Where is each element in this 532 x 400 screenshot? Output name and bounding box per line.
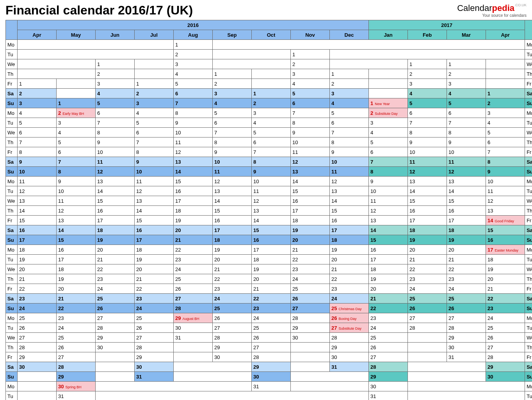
day-cell: 30	[369, 382, 408, 391]
empty-cell	[213, 59, 291, 69]
day-cell: 9	[291, 128, 330, 138]
day-cell: 18	[213, 235, 252, 245]
day-cell: 23	[135, 294, 174, 304]
empty-cell	[486, 79, 525, 89]
day-cell: 13	[252, 206, 291, 216]
day-cell: 23	[213, 284, 252, 294]
day-cell: 2Substitute Day	[369, 108, 408, 118]
day-cell: 12	[174, 147, 213, 157]
day-cell: 11	[135, 177, 174, 186]
day-cell: 5	[252, 128, 291, 138]
day-cell: 25Christmas Day	[330, 304, 369, 313]
day-cell: 4	[18, 108, 57, 118]
empty-cell	[174, 372, 252, 382]
dow-right: Mo	[525, 382, 532, 391]
day-cell: 14	[213, 196, 252, 206]
day-cell: 6	[135, 128, 174, 138]
day-cell: 12	[213, 177, 252, 186]
day-cell: 27	[252, 343, 291, 352]
day-cell: 17	[135, 235, 174, 245]
day-cell: 13	[447, 177, 486, 186]
day-cell: 20	[57, 284, 96, 294]
day-cell: 13	[408, 177, 447, 186]
day-cell: 30	[252, 372, 291, 382]
dow-right: Tu	[525, 118, 532, 128]
day-cell: 22	[369, 304, 408, 313]
day-cell: 1	[213, 69, 252, 79]
day-cell: 19	[213, 245, 252, 255]
empty-cell	[135, 69, 174, 79]
day-cell: 22	[330, 274, 369, 284]
day-cell: 21	[252, 284, 291, 294]
dow-left: Tu	[6, 255, 18, 264]
day-cell: 22	[408, 264, 447, 274]
day-cell: 10	[213, 157, 252, 167]
dow-right: Tu	[525, 323, 532, 333]
day-cell: 20	[18, 264, 57, 274]
day-cell: 3	[291, 69, 330, 79]
corner-top-left	[6, 20, 18, 40]
day-cell: 4	[291, 79, 330, 89]
day-cell: 13	[369, 216, 408, 225]
day-cell: 1	[252, 89, 291, 98]
dow-left: Tu	[6, 391, 18, 400]
dow-left: Fr	[6, 147, 18, 157]
empty-cell	[96, 382, 252, 391]
day-cell: 28	[252, 352, 291, 362]
day-cell: 31	[369, 391, 408, 400]
empty-cell	[96, 352, 135, 362]
day-cell: 31	[135, 372, 174, 382]
dow-left: Tu	[6, 186, 18, 196]
day-cell: 30	[135, 362, 174, 372]
day-cell: 13	[174, 157, 213, 167]
month-header-apr-2016: Apr	[18, 30, 57, 40]
day-cell: 8	[57, 167, 96, 177]
day-cell: 10	[174, 128, 213, 138]
day-cell: 16	[369, 245, 408, 255]
day-cell: 14	[174, 167, 213, 177]
day-cell: 27	[174, 294, 213, 304]
dow-right: Th	[525, 206, 532, 216]
empty-cell	[18, 372, 57, 382]
dow-right: Fr	[525, 216, 532, 225]
day-cell: 11	[18, 177, 57, 186]
dow-right: Mo	[525, 40, 532, 50]
day-cell: 12	[408, 167, 447, 177]
day-cell: 10	[486, 177, 525, 186]
day-cell: 13	[57, 216, 96, 225]
dow-left: Tu	[6, 323, 18, 333]
empty-cell	[96, 362, 135, 372]
day-cell: 17	[18, 235, 57, 245]
day-cell: 4	[447, 89, 486, 98]
day-cell: 9	[252, 167, 291, 177]
day-cell: 21	[57, 294, 96, 304]
day-cell: 8	[96, 128, 135, 138]
day-cell: 26	[291, 294, 330, 304]
day-cell: 19	[330, 245, 369, 255]
day-cell: 6	[174, 89, 213, 98]
empty-cell	[18, 40, 174, 50]
dow-right: Th	[525, 343, 532, 352]
day-cell: 24	[135, 304, 174, 313]
day-cell: 9	[408, 138, 447, 147]
empty-cell	[408, 391, 525, 400]
dow-left: Fr	[6, 79, 18, 89]
day-cell: 5	[330, 108, 369, 118]
empty-cell	[174, 362, 252, 372]
day-cell: 17	[174, 196, 213, 206]
day-cell: 29	[57, 372, 96, 382]
day-cell: 8	[447, 128, 486, 138]
dow-right: Sa	[525, 89, 532, 98]
day-cell: 13	[213, 186, 252, 196]
day-cell: 10	[135, 167, 174, 177]
day-cell: 8	[369, 167, 408, 177]
day-cell: 7	[486, 147, 525, 157]
day-cell: 11	[174, 138, 213, 147]
dow-left: We	[6, 333, 18, 343]
day-cell: 16	[408, 206, 447, 216]
day-cell: 12	[447, 167, 486, 177]
day-cell: 28	[291, 313, 330, 323]
day-cell: 8	[135, 147, 174, 157]
empty-cell	[486, 69, 525, 79]
day-cell: 7	[174, 98, 213, 108]
